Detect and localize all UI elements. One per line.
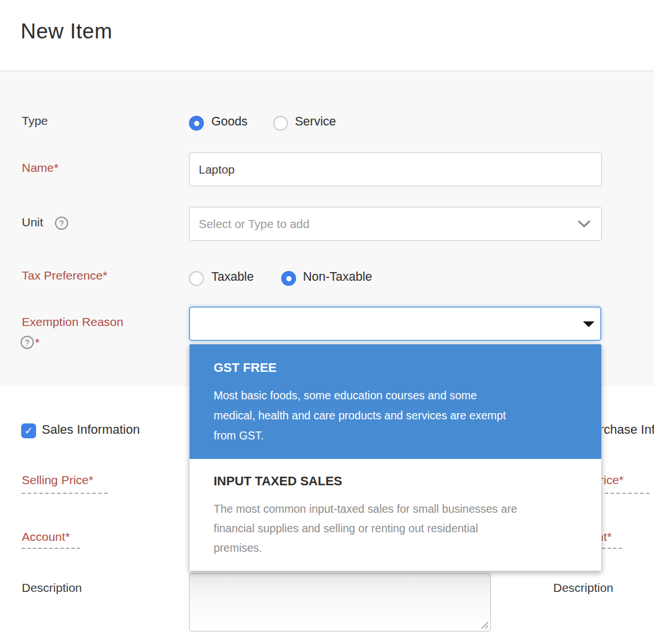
option-title: INPUT TAXED SALES	[214, 474, 578, 489]
radio-non-taxable-label[interactable]: Non-Taxable	[303, 270, 372, 284]
page-title: New Item	[21, 19, 112, 44]
selling-price-label: Selling Price*	[22, 473, 93, 487]
chevron-down-icon[interactable]	[577, 220, 591, 228]
option-description-line: from GST.	[214, 426, 578, 446]
sales-description-textarea[interactable]	[189, 573, 491, 631]
radio-goods-label[interactable]: Goods	[211, 115, 247, 129]
option-description-line: Most basic foods, some education courses…	[214, 386, 578, 406]
sales-information-checkbox[interactable]: ✓	[21, 423, 36, 438]
unit-label: Unit	[22, 215, 43, 229]
option-description-line: The most common input-taxed sales for sm…	[214, 499, 578, 519]
unit-help-icon[interactable]: ?	[55, 217, 68, 230]
dropdown-option-input-taxed-sales[interactable]: INPUT TAXED SALES The most common input-…	[190, 459, 601, 571]
selling-price-underline	[22, 493, 108, 494]
purchase-description-label: Description	[553, 581, 613, 595]
option-description-line: premises.	[214, 538, 578, 557]
question-mark-icon: ?	[25, 338, 30, 347]
type-label: Type	[22, 114, 48, 128]
sales-account-underline	[22, 548, 80, 549]
option-description-line: financial supplies and selling or rentin…	[214, 519, 578, 538]
radio-taxable-label[interactable]: Taxable	[211, 270, 254, 284]
tax-preference-label: Tax Preference*	[22, 269, 107, 282]
exemption-help-icon[interactable]: ?	[21, 336, 34, 349]
option-description: The most common input-taxed sales for sm…	[214, 499, 578, 557]
sales-information-label[interactable]: Sales Information	[42, 422, 140, 437]
resize-handle-icon[interactable]	[480, 621, 488, 629]
option-description-line: medical, health and care products and se…	[214, 406, 578, 426]
radio-dot	[194, 121, 199, 126]
exemption-reason-select[interactable]	[189, 307, 601, 341]
radio-taxable[interactable]	[189, 271, 204, 286]
radio-dot	[286, 276, 291, 281]
required-asterisk: *	[35, 336, 40, 350]
exemption-reason-dropdown: GST FREE Most basic foods, some educatio…	[189, 344, 602, 571]
exemption-reason-help-row: ? *	[21, 336, 40, 350]
radio-service[interactable]	[273, 116, 288, 131]
sales-account-label: Account*	[22, 530, 70, 544]
radio-service-label[interactable]: Service	[295, 115, 336, 129]
radio-goods[interactable]	[189, 116, 204, 131]
checkmark-icon: ✓	[24, 425, 33, 437]
caret-down-icon	[583, 321, 594, 327]
exemption-reason-label: Exemption Reason	[22, 315, 123, 329]
radio-non-taxable[interactable]	[281, 271, 296, 286]
unit-select[interactable]: Select or Type to add	[189, 207, 602, 241]
dropdown-option-gst-free[interactable]: GST FREE Most basic foods, some educatio…	[190, 344, 601, 459]
unit-placeholder: Select or Type to add	[199, 217, 309, 231]
name-label: Name*	[22, 161, 58, 175]
question-mark-icon: ?	[60, 219, 64, 228]
option-title: GST FREE	[214, 360, 578, 375]
option-description: Most basic foods, some education courses…	[214, 386, 578, 446]
name-input[interactable]	[189, 152, 602, 186]
sales-description-label: Description	[22, 581, 82, 595]
